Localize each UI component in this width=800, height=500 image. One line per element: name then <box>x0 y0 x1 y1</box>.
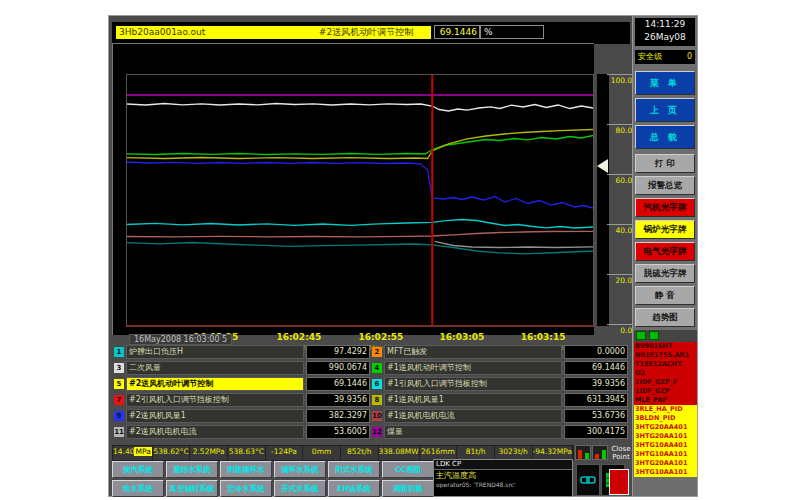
pen-name[interactable]: #2引风机入口调节挡板控制 <box>126 393 304 407</box>
sidebar-button-脱硫光字牌[interactable]: 脱硫光字牌 <box>635 264 695 283</box>
alarm-tag[interactable]: O2 <box>634 369 697 378</box>
alarm-tag[interactable]: 3HTG10AA401 <box>634 441 697 450</box>
pen-color-swatch: 11 <box>114 427 124 437</box>
legend-row[interactable]: 10#1送风机电机电流53.6736 <box>372 408 628 424</box>
alarm-acknowledge-button[interactable] <box>609 469 629 495</box>
alarm-tag[interactable]: 3RLE_HA_PID <box>634 405 697 414</box>
point-description-field[interactable]: #2送风机动叶调节控制 <box>301 26 431 39</box>
pen-value: 53.6005 <box>306 425 370 439</box>
nav-button[interactable]: 真空轴封系统 <box>166 480 218 497</box>
legend-row[interactable]: 2MFT已触发0.0000 <box>372 344 628 360</box>
alarm-ack-icon[interactable] <box>636 331 646 340</box>
alarm-tag[interactable]: 3HTG10AA101 <box>634 450 697 459</box>
nav-button[interactable]: 定冷水系统 <box>220 480 272 497</box>
status-value: 338.08MW <box>379 446 420 460</box>
sidebar-button-汽机光字牌[interactable]: 汽机光字牌 <box>635 198 695 217</box>
sidebar-button-电气光字牌[interactable]: 电气光字牌 <box>635 242 695 261</box>
alarm-tag[interactable]: T18E12ACHT <box>634 360 697 369</box>
pen-name[interactable]: #2送风机电机电流 <box>126 425 304 439</box>
legend-row[interactable]: 12煤量300.4175 <box>372 424 628 440</box>
pen-name[interactable]: 炉膛出口负压H <box>126 345 304 359</box>
link-tool-button[interactable] <box>576 464 600 496</box>
x-tick-time: 16:03:15 <box>503 332 583 342</box>
legend-row[interactable]: 5#2送风机动叶调节控制69.1446 <box>114 376 370 392</box>
legend-row[interactable]: 8#1送风机风量1631.3945 <box>372 392 628 408</box>
alarm-tag[interactable]: 3HTG20AA101 <box>634 459 697 468</box>
pen-name[interactable]: #1送风机风量1 <box>384 393 562 407</box>
pen-color-swatch: 1 <box>114 347 124 357</box>
alarm-tag[interactable]: B99016HT <box>634 342 697 351</box>
nav-button[interactable]: 画面切换 <box>382 480 434 497</box>
status-value: -94.32MPa <box>533 446 573 460</box>
sidebar-button-上页[interactable]: 上 页 <box>635 98 695 122</box>
alarm-page-icon[interactable] <box>649 331 659 340</box>
x-tick-time: 16:03:05 <box>422 332 502 342</box>
sidebar-button-锅炉光字牌[interactable]: 锅炉光字牌 <box>635 220 695 239</box>
sidebar-button-打印[interactable]: 打 印 <box>635 154 695 173</box>
legend-row[interactable]: 11#2送风机电机电流53.6005 <box>114 424 370 440</box>
nav-button[interactable]: 抽汽系统 <box>112 461 164 478</box>
point-tag-field[interactable]: 3Hb20aa001ao.out <box>116 26 302 39</box>
sidebar-button-静音[interactable]: 静 音 <box>635 286 695 305</box>
pen-color-swatch: 3 <box>114 363 124 373</box>
nav-button[interactable]: CC画面 <box>382 461 434 478</box>
legend-row[interactable]: 3二次风量990.0674 <box>114 360 370 376</box>
sidebar-button-菜单[interactable]: 菜 单 <box>635 71 695 95</box>
legend-row[interactable]: 6#1引风机入口调节挡板控制39.9356 <box>372 376 628 392</box>
nav-button[interactable]: 开式水系统 <box>274 480 326 497</box>
clock-time: 14:11:29 <box>635 18 695 31</box>
alarm-tag[interactable]: 3HTG10AA101 <box>634 468 697 477</box>
pen-value: 39.9356 <box>306 393 370 407</box>
pen-name[interactable]: 二次风量 <box>126 361 304 375</box>
pen-legend-left: 1炉膛出口负压H97.42923二次风量990.06745#2送风机动叶调节控制… <box>114 344 370 440</box>
trend-curve <box>127 243 593 254</box>
pen-name[interactable]: MFT已触发 <box>384 345 562 359</box>
legend-row[interactable]: 9#2送风机风量1382.3297 <box>114 408 370 424</box>
security-level-panel: 安全级 0 <box>635 50 695 64</box>
nav-button[interactable]: 凝结水系统 <box>166 461 218 478</box>
alarm-tag[interactable]: 3HTG20AA101 <box>634 432 697 441</box>
nav-button[interactable]: EH油系统 <box>328 480 380 497</box>
screen-nav-row-2: 给水系统真空轴封系统定冷水系统开式水系统EH油系统画面切换 <box>112 480 434 497</box>
legend-row[interactable]: 1炉膛出口负压H97.4292 <box>114 344 370 360</box>
pen-name[interactable]: #1送风机电机电流 <box>384 409 562 423</box>
nav-button[interactable]: 闭路循环水 <box>220 461 272 478</box>
pen-name[interactable]: #1送风机动叶调节控制 <box>384 361 562 375</box>
screen-nav-row-1: 抽汽系统凝结水系统闭路循环水循环水系统闭式水系统CC画面 <box>112 461 434 478</box>
alarm-tag[interactable]: 3HTG20AA401 <box>634 423 697 432</box>
selected-pen-pointer-icon[interactable] <box>597 159 608 173</box>
pen-name[interactable]: #2送风机风量1 <box>126 409 304 423</box>
value-scale-strip[interactable] <box>597 74 609 326</box>
trend-plot[interactable] <box>126 74 594 326</box>
pen-name[interactable]: #1引风机入口调节挡板控制 <box>384 377 562 391</box>
sidebar-button-报警总览[interactable]: 报警总览 <box>635 176 695 195</box>
pen-color-swatch: 12 <box>372 427 382 437</box>
pen-name[interactable]: 煤量 <box>384 425 562 439</box>
pen-color-swatch: 4 <box>372 363 382 373</box>
pen-value: 69.1446 <box>564 361 628 375</box>
sidebar-button-趋势图[interactable]: 趋势图 <box>635 308 695 327</box>
nav-button[interactable]: 闭式水系统 <box>328 461 380 478</box>
status-value: 14.40MPa <box>113 446 153 460</box>
pump-indicator-icon[interactable] <box>592 445 608 460</box>
nav-button[interactable]: 给水系统 <box>112 480 164 497</box>
pen-legend-right: 2MFT已触发0.00004#1送风机动叶调节控制69.14466#1引风机入口… <box>372 344 628 440</box>
nav-button[interactable]: 循环水系统 <box>274 461 326 478</box>
alarm-tag[interactable]: 1IDF_GZP <box>634 387 697 396</box>
legend-row[interactable]: 4#1送风机动叶调节控制69.1446 <box>372 360 628 376</box>
alarm-tag[interactable]: 3BLDN_PID <box>634 414 697 423</box>
pen-name[interactable]: #2送风机动叶调节控制 <box>126 377 304 391</box>
close-point-line: Point <box>609 453 633 461</box>
close-point-label[interactable]: ClosePoint <box>609 445 633 461</box>
trend-curve <box>127 136 593 155</box>
sidebar-button-总貌[interactable]: 总 貌 <box>635 125 695 149</box>
alarm-tag[interactable]: N01E175S.AR1 <box>634 351 697 360</box>
status-value: 2616mm <box>420 446 458 460</box>
valve-indicator-icon[interactable] <box>575 445 591 460</box>
pen-value: 53.6736 <box>564 409 628 423</box>
legend-row[interactable]: 7#2引风机入口调节挡板控制39.9356 <box>114 392 370 408</box>
pen-value: 69.1446 <box>306 377 370 391</box>
alarm-tag[interactable]: MLE_PAF <box>634 396 697 405</box>
alarm-tag[interactable]: 1IDF_GZP_F <box>634 378 697 387</box>
pen-color-swatch: 5 <box>114 379 124 389</box>
